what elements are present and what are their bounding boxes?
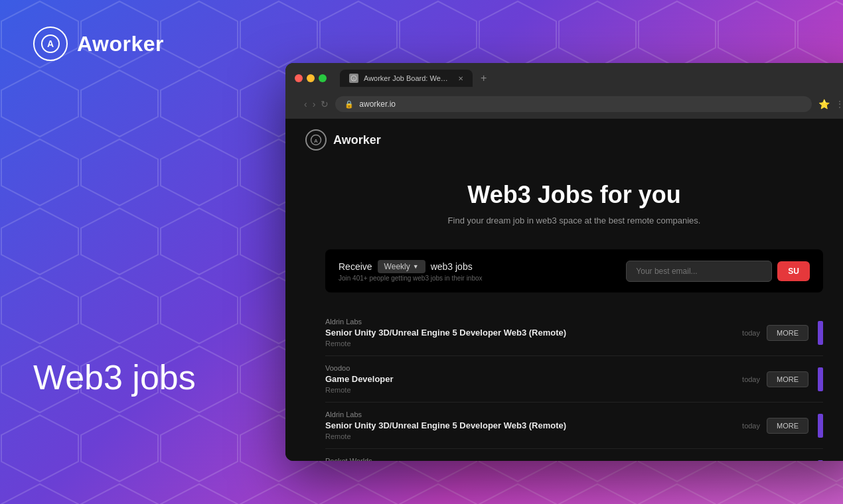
table-row: Pocket Worlds Web3 Senior Unity Develope…	[325, 449, 823, 461]
chevron-down-icon: ▼	[413, 263, 419, 270]
table-row: Aldrin Labs Senior Unity 3D/Unreal Engin…	[325, 310, 823, 356]
jobs-label: web3 jobs	[431, 261, 473, 272]
site-header: A Aworker	[285, 119, 843, 161]
newsletter-left: Receive Weekly ▼ web3 jobs Join 401+ peo…	[339, 260, 483, 282]
tab-close-icon[interactable]: ✕	[458, 75, 463, 82]
browser-tabs: A Aworker Job Board: Web3 Job... ✕ +	[340, 70, 843, 87]
back-button[interactable]: ‹	[304, 99, 307, 109]
job-date: today	[742, 329, 760, 337]
job-info: Voodoo Game Developer Remote	[325, 364, 733, 394]
job-more-button[interactable]: MORE	[767, 418, 808, 434]
hero-subtitle: Find your dream job in web3 space at the…	[299, 216, 843, 225]
traffic-light-green[interactable]	[319, 74, 327, 82]
job-tag	[818, 414, 823, 438]
newsletter-bar: Receive Weekly ▼ web3 jobs Join 401+ peo…	[325, 249, 823, 292]
table-row: Aldrin Labs Senior Unity 3D/Unreal Engin…	[325, 403, 823, 449]
browser-addressbar: ‹ › ↻ 🔒 aworker.io ⭐ ⋮	[295, 92, 843, 119]
job-title: Game Developer	[325, 374, 733, 384]
site-name: Aworker	[333, 133, 381, 147]
browser-titlebar: A Aworker Job Board: Web3 Job... ✕ +	[295, 70, 843, 87]
traffic-lights	[295, 74, 327, 82]
job-company: Pocket Worlds	[325, 457, 733, 461]
job-location: Remote	[325, 432, 733, 440]
left-panel: A Aworker Web3 jobs	[0, 0, 305, 504]
site-logo: A	[305, 129, 327, 151]
browser-chrome: A Aworker Job Board: Web3 Job... ✕ + ‹ ›…	[285, 63, 843, 119]
browser-tab-active[interactable]: A Aworker Job Board: Web3 Job... ✕	[340, 70, 473, 87]
menu-icon[interactable]: ⋮	[835, 99, 843, 109]
brand-logo: A	[33, 27, 68, 61]
frequency-selector[interactable]: Weekly ▼	[378, 260, 425, 273]
newsletter-right: SU	[492, 261, 810, 282]
svg-text:A: A	[47, 38, 54, 49]
traffic-light-yellow[interactable]	[307, 74, 315, 82]
job-tag	[818, 321, 823, 345]
table-row: Voodoo Game Developer Remote today MORE	[325, 356, 823, 403]
job-info: Aldrin Labs Senior Unity 3D/Unreal Engin…	[325, 410, 733, 440]
job-date: today	[742, 375, 760, 383]
job-info: Pocket Worlds Web3 Senior Unity Develope…	[325, 457, 733, 461]
frequency-value: Weekly	[384, 262, 410, 271]
url-text: aworker.io	[359, 99, 396, 109]
newsletter-description: Join 401+ people getting web3 jobs in th…	[339, 275, 483, 282]
bookmark-icon[interactable]: ⭐	[818, 99, 830, 109]
job-meta: today MORE	[742, 418, 808, 434]
url-bar[interactable]: 🔒 aworker.io	[335, 96, 812, 112]
new-tab-button[interactable]: +	[475, 70, 492, 87]
job-location: Remote	[325, 386, 733, 394]
forward-button[interactable]: ›	[313, 99, 316, 109]
subscribe-button[interactable]: SU	[777, 261, 810, 281]
job-company: Aldrin Labs	[325, 318, 733, 326]
job-more-button[interactable]: MORE	[767, 371, 808, 387]
tab-title: Aworker Job Board: Web3 Job...	[364, 74, 450, 82]
job-tag	[818, 367, 823, 391]
hero-section: Web3 Jobs for you Find your dream job in…	[285, 161, 843, 239]
site-brand: A Aworker	[305, 129, 381, 151]
left-panel-title: Web3 jobs	[33, 357, 272, 398]
tab-favicon: A	[349, 74, 358, 83]
job-location: Remote	[325, 340, 733, 347]
brand: A Aworker	[33, 27, 272, 61]
job-meta: today MORE	[742, 325, 808, 341]
lock-icon: 🔒	[345, 100, 354, 109]
job-title: Senior Unity 3D/Unreal Engine 5 Develope…	[325, 328, 733, 338]
job-company: Voodoo	[325, 364, 733, 372]
job-title: Senior Unity 3D/Unreal Engine 5 Develope…	[325, 420, 733, 430]
job-tag	[818, 460, 823, 462]
email-input[interactable]	[626, 261, 772, 282]
receive-label: Receive	[339, 261, 372, 272]
job-meta: today MORE	[742, 371, 808, 387]
nav-buttons: ‹ › ↻	[304, 99, 329, 109]
job-company: Aldrin Labs	[325, 410, 733, 418]
job-info: Aldrin Labs Senior Unity 3D/Unreal Engin…	[325, 318, 733, 347]
job-more-button[interactable]: MORE	[767, 325, 808, 341]
browser-window: A Aworker Job Board: Web3 Job... ✕ + ‹ ›…	[285, 63, 843, 461]
browser-actions: ⭐ ⋮	[818, 99, 843, 109]
hero-title: Web3 Jobs for you	[299, 181, 843, 209]
svg-text:A: A	[314, 138, 318, 144]
job-listings: Aldrin Labs Senior Unity 3D/Unreal Engin…	[285, 303, 843, 461]
website-content: A Aworker Web3 Jobs for you Find your dr…	[285, 119, 843, 461]
brand-name: Aworker	[77, 32, 164, 56]
traffic-light-red[interactable]	[295, 74, 303, 82]
refresh-button[interactable]: ↻	[321, 99, 329, 109]
job-date: today	[742, 422, 760, 430]
